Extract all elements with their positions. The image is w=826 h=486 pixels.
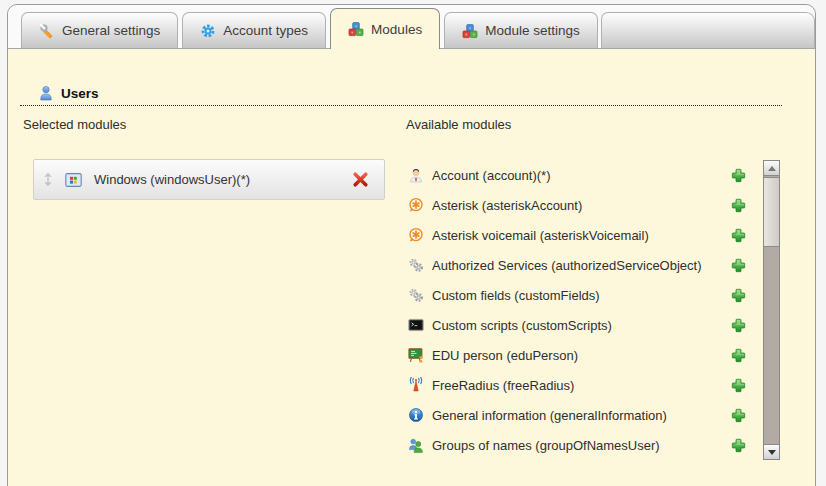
- arrow-up-icon: [768, 166, 776, 171]
- selected-module-row: Windows (windowsUser)(*): [33, 159, 385, 200]
- account-icon: [408, 167, 424, 183]
- scrollbar-thumb[interactable]: [764, 177, 779, 247]
- green-plus-icon: [731, 288, 746, 303]
- module-label: Asterisk (asteriskAccount): [432, 198, 582, 213]
- add-module-button[interactable]: [731, 318, 746, 333]
- add-module-button[interactable]: [731, 198, 746, 213]
- module-label: Custom fields (customFields): [432, 288, 600, 303]
- module-label: Custom scripts (customScripts): [432, 318, 612, 333]
- add-module-button[interactable]: [731, 258, 746, 273]
- module-label: EDU person (eduPerson): [432, 348, 578, 363]
- section-title: Users: [61, 86, 99, 101]
- tab-label: General settings: [62, 23, 160, 38]
- green-plus-icon: [731, 378, 746, 393]
- green-plus-icon: [731, 438, 746, 453]
- add-module-button[interactable]: [731, 408, 746, 423]
- asterisk-voicemail-icon: [408, 227, 424, 243]
- arrow-down-icon: [768, 450, 776, 455]
- up-down-arrow-icon[interactable]: [43, 172, 53, 187]
- module-label: FreeRadius (freeRadius): [432, 378, 574, 393]
- tab-modules[interactable]: Modules: [330, 8, 440, 49]
- info-icon: [408, 407, 424, 423]
- add-module-button[interactable]: [731, 438, 746, 453]
- selected-module-label: Windows (windowsUser)(*): [94, 172, 352, 187]
- add-module-button[interactable]: [731, 288, 746, 303]
- available-module-row: Asterisk (asteriskAccount): [406, 190, 746, 220]
- tab-label: Account types: [223, 23, 308, 38]
- green-plus-icon: [731, 258, 746, 273]
- available-module-row: Asterisk voicemail (asteriskVoicemail): [406, 220, 746, 250]
- user-icon: [39, 85, 53, 101]
- add-module-button[interactable]: [731, 168, 746, 183]
- scrollbar[interactable]: [763, 160, 780, 460]
- tab-account-types[interactable]: Account types: [182, 12, 326, 48]
- add-module-button[interactable]: [731, 228, 746, 243]
- module-label: Groups of names (groupOfNamesUser): [432, 438, 660, 453]
- module-label: General information (generalInformation): [432, 408, 667, 423]
- tab-label: Module settings: [485, 23, 580, 38]
- authorized-services-icon: [408, 257, 424, 273]
- tab-strip-filler: [601, 12, 815, 48]
- tab-label: Modules: [371, 22, 422, 37]
- wrench-icon: [39, 23, 55, 39]
- available-module-row: Custom fields (customFields): [406, 280, 746, 310]
- edu-person-icon: [408, 347, 424, 363]
- green-plus-icon: [731, 198, 746, 213]
- available-module-row: EDU person (eduPerson): [406, 340, 746, 370]
- available-module-row: General information (generalInformation): [406, 400, 746, 430]
- tab-bar: General settings Account types Modules: [8, 5, 815, 49]
- antenna-icon: [408, 377, 424, 393]
- scroll-down-button[interactable]: [764, 444, 779, 459]
- config-window: General settings Account types Modules: [0, 0, 826, 486]
- gear-icon: [200, 23, 216, 39]
- section-header-users: Users: [20, 81, 782, 106]
- green-plus-icon: [731, 228, 746, 243]
- group-icon: [408, 437, 424, 453]
- available-module-row: Groups of names (groupOfNamesUser): [406, 430, 746, 460]
- tab-general-settings[interactable]: General settings: [21, 12, 178, 48]
- module-label: Authorized Services (authorizedServiceOb…: [432, 258, 702, 273]
- modules-icon: [348, 21, 364, 37]
- modules-icon: [462, 23, 478, 39]
- tab-module-settings[interactable]: Module settings: [444, 12, 598, 48]
- green-plus-icon: [731, 348, 746, 363]
- red-cross-icon: [352, 171, 369, 188]
- remove-module-button[interactable]: [352, 171, 369, 188]
- available-modules-list: Account (account)(*) Asterisk (asteriskA…: [406, 160, 746, 460]
- module-label: Account (account)(*): [432, 168, 551, 183]
- green-plus-icon: [731, 318, 746, 333]
- available-modules-label: Available modules: [406, 117, 511, 132]
- add-module-button[interactable]: [731, 378, 746, 393]
- add-module-button[interactable]: [731, 348, 746, 363]
- available-module-row: Custom scripts (customScripts): [406, 310, 746, 340]
- available-module-row: FreeRadius (freeRadius): [406, 370, 746, 400]
- available-module-row: Account (account)(*): [406, 160, 746, 190]
- green-plus-icon: [731, 408, 746, 423]
- scroll-up-button[interactable]: [764, 161, 779, 176]
- terminal-icon: [408, 317, 424, 333]
- settings-panel: General settings Account types Modules: [7, 4, 816, 486]
- windows-icon: [65, 172, 82, 188]
- available-module-row: Authorized Services (authorizedServiceOb…: [406, 250, 746, 280]
- custom-fields-icon: [408, 287, 424, 303]
- asterisk-icon: [408, 197, 424, 213]
- selected-modules-label: Selected modules: [23, 117, 126, 132]
- module-label: Asterisk voicemail (asteriskVoicemail): [432, 228, 649, 243]
- green-plus-icon: [731, 168, 746, 183]
